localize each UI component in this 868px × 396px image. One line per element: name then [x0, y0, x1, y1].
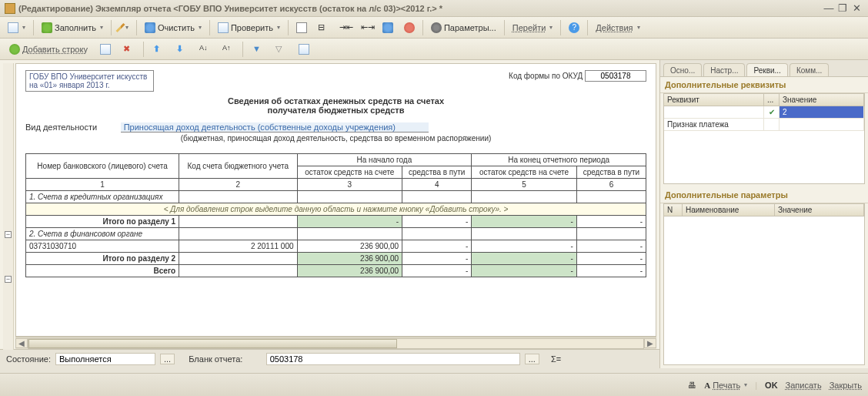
window-titlebar: (Редактирование) Экземпляр отчета <ГОБУ … — [0, 0, 868, 17]
scroll-right-button[interactable]: ▶ — [644, 338, 656, 348]
expand-h-icon: ⇤⇥ — [361, 22, 372, 33]
col-value[interactable]: Значение — [780, 94, 864, 106]
total-1-row: Итого по разделу 1 ---- — [26, 216, 646, 228]
activity-note: (бюджетная, приносящая доход деятельност… — [25, 134, 646, 143]
sub-toolbar: Добавить строку ✖ ⬆ ⬇ A↓ A↑ ▼ ▽ — [0, 39, 868, 60]
delete-row-button[interactable]: ✖ — [119, 41, 139, 58]
section-2-row[interactable]: 2. Счета в финансовом органе — [26, 228, 646, 240]
th-account: Номер банковского (лицевого) счета — [26, 154, 179, 179]
sort-asc-button[interactable]: A↓ — [195, 41, 215, 58]
add-row-button[interactable]: Добавить строку — [5, 41, 92, 58]
arrows-icon — [382, 22, 393, 33]
prop-row-1[interactable]: Код финансового деят... ✔ 2 — [664, 106, 864, 119]
print-output-button[interactable]: 🖶 — [688, 381, 696, 390]
blank-field[interactable] — [266, 353, 520, 365]
tab-nastr[interactable]: Настр... — [703, 63, 745, 76]
eraser-icon — [145, 22, 155, 33]
extra-props-title: Дополнительные реквизиты — [660, 77, 868, 93]
settings-button[interactable] — [294, 41, 314, 58]
row-up-button[interactable]: ⬆ — [149, 41, 169, 58]
report-document[interactable]: ГОБУ ВПО Университет искусств на «01» ян… — [15, 63, 656, 337]
filter-button[interactable]: ▼ — [248, 41, 268, 58]
plus-icon — [9, 44, 20, 55]
pencil-icon — [116, 22, 125, 32]
state-field[interactable] — [55, 353, 155, 365]
footer-bar: 🖶 AПечать | OK Записать Закрыть — [0, 373, 868, 396]
blank-label: Бланк отчета: — [189, 354, 242, 364]
state-picker[interactable]: ... — [160, 354, 175, 364]
row-down-button[interactable]: ⬇ — [172, 41, 192, 58]
collapse-toggle-2[interactable]: − — [5, 276, 12, 283]
pencil-button[interactable] — [115, 19, 133, 36]
window-title: (Редактирование) Экземпляр отчета <ГОБУ … — [18, 4, 822, 13]
ok-button[interactable]: OK — [765, 381, 778, 390]
th-end: На конец отчетного периода — [472, 154, 646, 166]
close-button[interactable]: Закрыть — [830, 381, 862, 390]
col-check[interactable]: ... — [764, 94, 780, 106]
help-icon — [569, 22, 579, 33]
col-val2[interactable]: Значение — [775, 204, 864, 216]
clear-button[interactable]: Очистить — [140, 19, 206, 36]
tab-osno[interactable]: Осно... — [663, 63, 702, 76]
state-label: Состояние: — [6, 354, 51, 364]
toolbar-menu-1[interactable] — [3, 19, 30, 36]
print-button[interactable]: AПечать — [704, 381, 747, 390]
delete-icon: ✖ — [123, 44, 134, 55]
doc-icon — [8, 22, 18, 33]
section-1-row[interactable]: 1. Счета в кредитных организациях — [26, 191, 646, 203]
tool-btn-6[interactable] — [399, 19, 419, 36]
actions-button[interactable]: Действия — [591, 19, 644, 36]
col-requisite[interactable]: Реквизит — [664, 94, 764, 106]
collapse-toggle-1[interactable]: − — [5, 231, 12, 238]
extra-params-grid[interactable]: N Наименование Значение — [663, 203, 865, 365]
org-box: ГОБУ ВПО Университет искусств на «01» ян… — [25, 70, 154, 92]
printer-icon: 🖶 — [688, 381, 696, 390]
okud-label: Код формы по ОКУД — [509, 72, 583, 80]
outline-gutter: − − — [3, 63, 14, 350]
prop-row-2[interactable]: Признак платежа — [664, 119, 864, 131]
tab-rekvi[interactable]: Рекви... — [746, 63, 787, 76]
extra-props-grid[interactable]: Реквизит ... Значение Код финансового де… — [663, 93, 865, 184]
arrow-down-icon: ⬇ — [176, 44, 187, 55]
activity-label: Вид деятельности — [25, 122, 97, 132]
scroll-left-button[interactable]: ◀ — [15, 338, 28, 348]
minimize-button[interactable]: — — [822, 2, 836, 14]
report-table[interactable]: Номер банковского (лицевого) счета Код с… — [25, 153, 646, 277]
goto-button[interactable]: Перейти — [508, 19, 558, 36]
col-name[interactable]: Наименование — [683, 204, 775, 216]
horizontal-scrollbar[interactable]: ◀ ▶ — [15, 337, 656, 349]
save-button[interactable]: Записать — [786, 381, 822, 390]
tool-btn-3[interactable]: ⇥⇤ — [335, 19, 355, 36]
blank-picker[interactable]: ... — [525, 354, 539, 364]
grid-icon — [296, 22, 307, 33]
maximize-button[interactable]: ❐ — [836, 2, 850, 14]
tool-btn-4[interactable]: ⇤⇥ — [356, 19, 376, 36]
check-button[interactable]: Проверить — [213, 19, 285, 36]
col-n[interactable]: N — [664, 204, 683, 216]
sort-desc-button[interactable]: A↑ — [218, 41, 238, 58]
fill-icon — [42, 22, 52, 33]
help-button[interactable] — [564, 19, 584, 36]
th-code: Код счета бюджетного учета — [179, 154, 297, 179]
extra-params-title: Дополнительные параметры — [660, 187, 868, 203]
tab-komm[interactable]: Комм... — [790, 63, 829, 76]
data-row-1[interactable]: 03731030710 2 20111 000 236 900,00 - - - — [26, 240, 646, 253]
copy-icon — [100, 44, 111, 55]
scroll-thumb[interactable] — [28, 339, 397, 348]
th-begin: На начало года — [297, 154, 472, 166]
report-title: Сведения об остатках денежных средств на… — [25, 96, 646, 115]
add-row-hint[interactable]: < Для добавления строк выделите данную о… — [26, 203, 646, 216]
activity-value[interactable]: Приносящая доход деятельность (собственн… — [121, 122, 429, 133]
copy-row-button[interactable] — [95, 41, 115, 58]
sort-desc-icon: A↑ — [222, 44, 233, 55]
close-window-button[interactable]: ✕ — [850, 2, 863, 14]
okud-field[interactable] — [585, 70, 646, 82]
tool-btn-5[interactable] — [378, 19, 398, 36]
tool-btn-2[interactable]: ⊟ — [313, 19, 333, 36]
wrench-icon — [299, 44, 309, 55]
filter-clear-button[interactable]: ▽ — [271, 41, 291, 58]
params-button[interactable]: Параметры... — [426, 19, 501, 36]
fill-button[interactable]: Заполнить — [37, 19, 108, 36]
tool-btn-1[interactable] — [292, 19, 312, 36]
funnel-icon: ▼ — [252, 44, 263, 55]
